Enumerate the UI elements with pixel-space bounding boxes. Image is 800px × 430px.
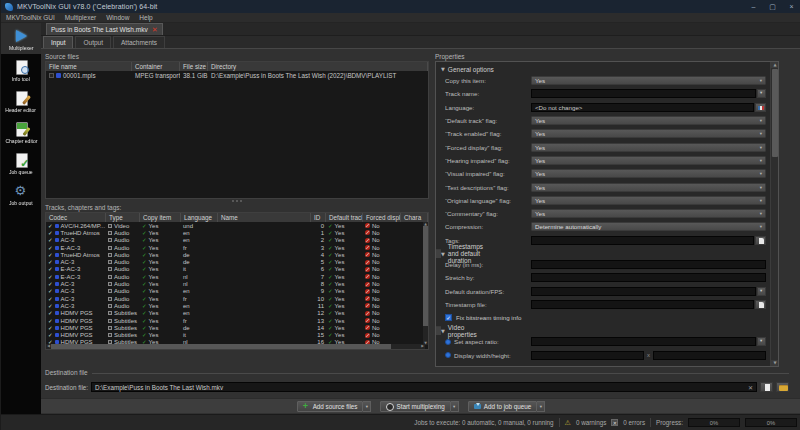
col-container[interactable]: Container — [132, 62, 180, 71]
aspect-ratio-field[interactable] — [531, 337, 756, 346]
track-row[interactable]: ✓ AC-3 Audio ✓ Yes — [46, 258, 428, 265]
track-row[interactable]: ✓ HDMV PGS Subtitles ✓ Yes — [46, 317, 428, 324]
file-tab[interactable]: Puss in Boots The Last Wish.mkv ✕ — [46, 23, 163, 35]
property-field[interactable]: Yes ▾ — [531, 196, 766, 205]
file-checkbox[interactable] — [49, 73, 54, 78]
property-field[interactable]: Yes ▾ — [531, 116, 766, 125]
track-row[interactable]: ✓ AC-3 Audio ✓ Yes — [46, 288, 428, 295]
combo-arrow-button[interactable] — [757, 89, 766, 98]
col-default-track[interactable]: Default track — [326, 213, 363, 222]
menu-item[interactable]: Window — [101, 14, 134, 21]
browse-file-button[interactable] — [755, 300, 766, 309]
clear-icon[interactable]: ✕ — [748, 384, 753, 391]
property-field[interactable]: Determine automatically ▾ — [531, 222, 766, 231]
display-width-field[interactable] — [531, 351, 644, 360]
track-row[interactable]: ✓ E-AC-3 Audio ✓ Yes — [46, 266, 428, 273]
col-language[interactable]: Language — [181, 213, 218, 222]
close-button[interactable]: × — [782, 0, 800, 13]
scrollbar-thumb[interactable] — [51, 344, 391, 349]
track-row[interactable]: ✓ AC-3 Audio ✓ Yes — [46, 237, 428, 244]
section-video-properties[interactable]: ▼ Video properties — [436, 326, 441, 335]
property-field[interactable]: Yes ▾ — [531, 143, 766, 152]
browse-destination-button[interactable] — [760, 382, 773, 392]
scroll-down-icon[interactable]: ▼ — [771, 360, 779, 366]
combo-arrow-button[interactable] — [757, 337, 766, 346]
property-field[interactable]: ▾ — [531, 236, 754, 245]
track-row[interactable]: ✓ AC-3 Audio ✓ Yes — [46, 302, 428, 309]
sidebar-item-multiplexer[interactable]: Multiplexer — [1, 23, 41, 54]
property-field[interactable]: Yes ▾ — [531, 183, 766, 192]
properties-scrollbar[interactable]: ▲ ▼ — [770, 62, 778, 366]
browse-file-button[interactable] — [755, 236, 766, 245]
source-file-row[interactable]: 00001.mpls MPEG transport... 38.1 GiB D:… — [46, 71, 428, 80]
scrollbar-thumb[interactable] — [772, 69, 778, 157]
property-field[interactable]: ▾ — [531, 89, 756, 98]
track-row[interactable]: ✓ E-AC-3 Audio ✓ Yes — [46, 244, 428, 251]
property-field[interactable]: Yes ▾ — [531, 156, 766, 165]
tab-close-icon[interactable]: ✕ — [152, 27, 158, 33]
sidebar-item-header-editor[interactable]: Header editor — [1, 85, 41, 116]
section-timestamps[interactable]: ▼ Timestamps and default duration — [436, 249, 441, 258]
maximize-button[interactable]: ▢ — [763, 0, 782, 13]
col-file-name[interactable]: File name — [46, 62, 132, 71]
add-source-files-button[interactable]: Add source files — [297, 401, 364, 412]
track-row[interactable]: ✓ AC-3 Audio ✓ Yes — [46, 280, 428, 287]
property-field[interactable]: ▾ — [531, 300, 754, 309]
track-row[interactable]: ✓ AC-3 Audio ✓ Yes — [46, 295, 428, 302]
start-multiplexing-dropdown[interactable]: ▾ — [451, 401, 459, 412]
track-row[interactable]: ✓ TrueHD Atmos Audio ✓ Yes — [46, 251, 428, 258]
property-field[interactable]: Yes ▾ — [531, 76, 766, 85]
col-forced-display[interactable]: Forced display — [363, 213, 401, 222]
section-general-options[interactable]: ▼ General options — [436, 64, 771, 74]
language-picker-button[interactable] — [755, 103, 766, 112]
menu-item[interactable]: Multiplexer — [60, 14, 101, 21]
tracks-vertical-scrollbar[interactable]: ▲ ▼ — [423, 222, 428, 345]
tracks-horizontal-scrollbar[interactable]: ◀ ▶ — [46, 344, 425, 349]
add-to-job-queue-button[interactable]: Add to job queue — [468, 401, 538, 412]
track-row[interactable]: ✓ E-AC-3 Audio ✓ Yes — [46, 273, 428, 280]
property-field[interactable]: Yes ▾ — [531, 129, 766, 138]
sidebar-item-job-queue[interactable]: Job queue — [1, 147, 41, 178]
property-field[interactable]: ▾ — [531, 287, 756, 296]
destination-file-input[interactable]: D:\Example\Puss in Boots The Last Wish.m… — [91, 382, 757, 392]
start-multiplexing-button[interactable]: Start multiplexing — [380, 401, 450, 412]
property-field[interactable]: ▾ — [531, 260, 766, 269]
track-row[interactable]: ✓ HDMV PGS Subtitles ✓ Yes — [46, 324, 428, 331]
scrollbar-thumb[interactable] — [423, 226, 428, 326]
add-to-job-queue-dropdown[interactable]: ▾ — [537, 401, 545, 412]
radio-selected[interactable] — [445, 352, 451, 358]
display-height-field[interactable] — [653, 351, 766, 360]
property-field[interactable]: Yes ▾ — [531, 209, 766, 218]
col-codec[interactable]: Codec — [46, 213, 106, 222]
col-type[interactable]: Type — [106, 213, 140, 222]
splitter-handle[interactable] — [223, 200, 251, 203]
sidebar-item-info-tool[interactable]: Info tool — [1, 54, 41, 85]
col-copy-item[interactable]: Copy item — [140, 213, 181, 222]
sidebar-item-chapter-editor[interactable]: Chapter editor — [1, 116, 41, 147]
combo-arrow-button[interactable] — [757, 287, 766, 296]
property-field[interactable]: <Do not change> ▾ — [531, 103, 754, 112]
scroll-up-icon[interactable]: ▲ — [771, 62, 779, 68]
track-row[interactable]: ✓ AVC/H.264/MP... Video ✓ Yes — [46, 222, 428, 229]
col-directory[interactable]: Directory — [208, 62, 428, 71]
property-field[interactable]: ▾ — [531, 273, 766, 282]
menu-item[interactable]: Help — [134, 14, 157, 21]
track-row[interactable]: ✓ TrueHD Atmos Audio ✓ Yes — [46, 229, 428, 236]
subtab[interactable]: Output — [75, 36, 111, 48]
radio-selected[interactable] — [445, 339, 451, 345]
subtab[interactable]: Attachments — [113, 36, 165, 48]
subtab[interactable]: Input — [43, 36, 73, 48]
col-name[interactable]: Name — [218, 213, 311, 222]
track-row[interactable]: ✓ HDMV PGS Subtitles ✓ Yes — [46, 310, 428, 317]
track-row[interactable]: ✓ HDMV PGS Subtitles ✓ Yes — [46, 331, 428, 338]
checkbox-checked[interactable]: ✓ — [445, 314, 452, 321]
add-source-files-dropdown[interactable]: ▾ — [363, 401, 371, 412]
col-id[interactable]: ID — [311, 213, 326, 222]
menu-item[interactable]: MKVToolNix GUI — [1, 14, 60, 21]
scroll-right-icon[interactable]: ▶ — [420, 344, 425, 349]
col-file-size[interactable]: File size — [180, 62, 208, 71]
col-character-set[interactable]: Chara — [401, 213, 428, 222]
open-folder-button[interactable] — [776, 382, 789, 392]
property-field[interactable]: Yes ▾ — [531, 169, 766, 178]
minimize-button[interactable]: – — [744, 0, 763, 13]
